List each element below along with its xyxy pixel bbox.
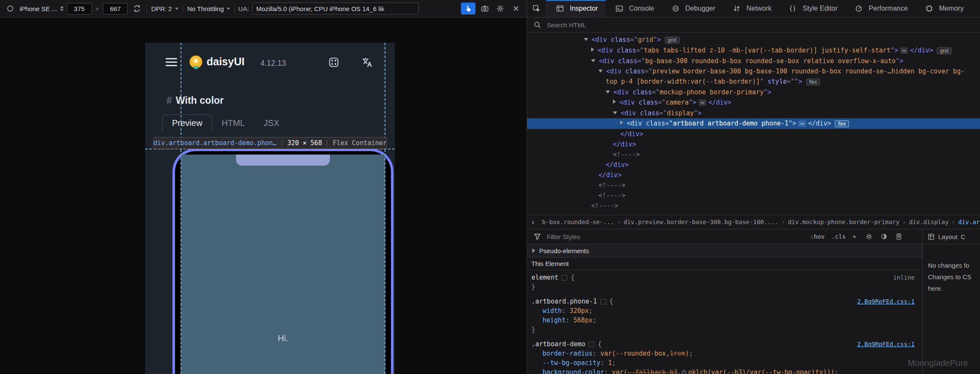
stylesheet-link[interactable]: 2.Bq9RpFEd.css:1 [857, 297, 915, 306]
theme-palette-button[interactable] [328, 56, 340, 68]
breadcrumb-item[interactable]: div.mockup-phone.border-primary [785, 219, 902, 225]
add-rule-button[interactable]: + [850, 232, 859, 241]
breadcrumb-item[interactable]: div.artbo... [955, 219, 980, 225]
grid-badge[interactable]: grid [937, 47, 951, 54]
markup-node[interactable]: <div class="artboard artboard-demo phone… [527, 118, 980, 129]
markup-node[interactable]: <div class="bg-base-300 rounded-b-box ro… [527, 56, 980, 66]
inline-expander[interactable]: ⋯ [900, 47, 908, 54]
print-media-button[interactable] [894, 232, 904, 241]
menu-hamburger-icon[interactable] [166, 58, 177, 59]
devtools-tab-performance[interactable]: Performance [845, 0, 916, 17]
devtools-tab-debugger[interactable]: Debugger [662, 0, 723, 17]
screenshot-button[interactable] [479, 3, 491, 15]
close-rdm-button[interactable]: × [510, 3, 522, 14]
selector-highlighter-icon[interactable] [601, 299, 606, 304]
docs-tab-html[interactable]: HTML [212, 115, 254, 131]
markup-node[interactable]: <div class="mockup-phone border-primary"… [527, 87, 980, 97]
breadcrumb-item[interactable]: b-box.rounded-se-... [539, 219, 617, 225]
expand-arrow[interactable] [598, 70, 603, 73]
markup-node[interactable]: <div class="display"> [527, 108, 980, 118]
stylesheet-link[interactable]: 2.Bq9RpFEd.css:1 [857, 339, 915, 349]
css-declaration[interactable]: width: 320px; [531, 306, 918, 316]
pick-element-button[interactable] [531, 3, 542, 15]
css-declaration[interactable]: --tw-bg-opacity: 1; [531, 358, 918, 368]
markup-closing-tag[interactable]: </div> [527, 139, 980, 149]
markup-node[interactable]: <div class="grid">grid [527, 35, 980, 45]
markup-comment-node[interactable]: <!----> [527, 190, 980, 201]
markup-comment-node[interactable]: <!----> [527, 180, 980, 190]
expand-arrow[interactable] [620, 120, 623, 125]
markup-comment-node[interactable]: <!----> [527, 201, 980, 211]
markup-comment-node[interactable]: <!----> [527, 149, 980, 160]
viewport-height-input[interactable] [103, 3, 128, 15]
device-selector[interactable]: iPhone SE ... [20, 5, 64, 12]
expand-arrow[interactable] [584, 38, 588, 41]
rule-selector[interactable]: .artboard.phone-1 [531, 297, 597, 306]
color-swatch[interactable] [682, 370, 686, 374]
expand-arrow[interactable] [613, 111, 617, 114]
pseudo-class-toggle[interactable]: :hov [808, 232, 827, 241]
devtools-tab-network[interactable]: Network [723, 0, 779, 17]
css-declaration[interactable]: background-color: var(--fallback-b3,oklc… [531, 368, 918, 374]
touch-simulation-button[interactable] [461, 3, 475, 15]
search-bar [527, 18, 980, 32]
devtools-tab-inspector[interactable]: Inspector [546, 0, 606, 17]
tab-layout[interactable]: Layout [938, 233, 957, 240]
selector-highlighter-icon[interactable] [589, 342, 594, 347]
viewport-width-input[interactable] [67, 3, 92, 15]
css-declaration[interactable]: height: 568px; [531, 316, 918, 325]
markup-closing-tag[interactable]: </div> [527, 160, 980, 170]
dark-scheme-button[interactable] [879, 232, 889, 241]
expand-arrow[interactable] [613, 99, 616, 104]
filter-styles-input[interactable] [547, 233, 666, 240]
flex-badge[interactable]: flex [835, 120, 849, 127]
flex-badge[interactable]: flex [806, 79, 820, 85]
inline-expander[interactable]: ⋯ [699, 99, 706, 106]
device-stepper-icon[interactable] [60, 6, 64, 11]
rule-selector[interactable]: .artboard-demo [531, 339, 585, 349]
class-toggle[interactable]: .cls [829, 232, 849, 241]
devtools-tab-memory[interactable]: Memory [916, 0, 971, 17]
rules-toolbar: :hov.cls+ [527, 229, 922, 244]
memory-icon [923, 3, 935, 15]
tab-computed[interactable]: C [961, 233, 965, 240]
responsive-mode-icon[interactable] [4, 3, 16, 15]
filter-icon [531, 231, 543, 243]
breadcrumb-item[interactable]: div.preview.border-base-300.bg-base-100.… [621, 219, 781, 225]
search-html-input[interactable] [547, 21, 666, 29]
devtools-tab-console[interactable]: Console [606, 0, 662, 17]
markup-node[interactable]: <div class="tabs tabs-lifted z-10 -mb-[v… [527, 45, 980, 56]
breadcrumb-back-button[interactable]: ‹ [527, 217, 539, 227]
css-declaration[interactable]: border-radius: var(--rounded-box,1rem); [531, 349, 918, 358]
light-scheme-button[interactable] [864, 232, 874, 241]
expand-arrow[interactable] [532, 248, 535, 253]
devtools-panel: InspectorConsoleDebuggerNetworkStyle Edi… [527, 0, 980, 374]
version-label[interactable]: 4.12.13 [260, 59, 286, 68]
heading-anchor-hash[interactable]: # [166, 95, 172, 106]
dpr-selector[interactable]: DPR: 2 [150, 5, 179, 12]
daisyui-logo[interactable] [190, 56, 202, 68]
docs-tab-preview[interactable]: Preview [162, 114, 212, 131]
expand-arrow[interactable] [591, 59, 595, 62]
rule-selector[interactable]: element [531, 273, 558, 282]
translate-button[interactable] [361, 56, 373, 68]
markup-node[interactable]: <div class="camera">⋯</div> [527, 97, 980, 108]
selector-highlighter-icon[interactable] [562, 275, 567, 280]
brand-name[interactable]: daisyUI [207, 56, 245, 68]
throttling-selector[interactable]: No Throttling [187, 5, 231, 12]
grid-badge[interactable]: grid [665, 37, 680, 44]
markup-node[interactable]: <div class="preview border-base-300 bg-b… [527, 66, 980, 87]
rotate-viewport-button[interactable] [131, 3, 143, 15]
rdm-settings-button[interactable] [494, 3, 506, 15]
pseudo-elements-header[interactable]: Pseudo-elements [527, 244, 922, 257]
docs-tab-jsx[interactable]: JSX [254, 115, 289, 131]
markup-closing-tag[interactable]: </div> [527, 129, 980, 139]
highlighter-guide-vertical [385, 43, 385, 374]
expand-arrow[interactable] [606, 91, 610, 94]
ua-input[interactable] [252, 3, 419, 15]
markup-closing-tag[interactable]: </div> [527, 170, 980, 180]
expand-arrow[interactable] [591, 47, 594, 52]
devtools-tab-style-editor[interactable]: Style Editor [779, 0, 845, 17]
breadcrumb-item[interactable]: div.display [906, 219, 952, 225]
inline-expander[interactable]: ⋯ [798, 120, 806, 127]
